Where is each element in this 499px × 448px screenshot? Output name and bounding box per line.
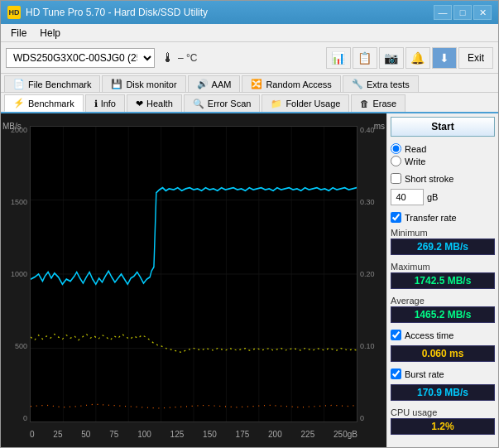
tabs-row1: 📄 File Benchmark 💾 Disk monitor 🔊 AAM 🔀 … (1, 74, 498, 93)
y-tick-2000: 2000 (11, 126, 27, 134)
minimum-section: Minimum 269.2 MB/s (391, 228, 495, 255)
short-stroke-checkbox[interactable] (391, 173, 401, 184)
access-time-value: 0.060 ms (391, 345, 495, 362)
tab-aam-label: AAM (212, 79, 232, 89)
benchmark-icon: ⚡ (13, 98, 25, 108)
menu-file[interactable]: File (4, 26, 33, 41)
x-tick-175: 175 (236, 430, 250, 439)
y-tick-r-040: 0.40 (360, 126, 375, 134)
drive-select[interactable]: WDS250G3X0C-00SJG0 (250 gB) (6, 48, 155, 68)
tab-benchmark[interactable]: ⚡ Benchmark (4, 94, 84, 112)
x-tick-225: 225 (301, 430, 315, 439)
title-bar: HD HD Tune Pro 5.70 - Hard Disk/SSD Util… (1, 1, 498, 24)
access-time-row: Access time (391, 330, 495, 340)
title-bar-left: HD HD Tune Pro 5.70 - Hard Disk/SSD Util… (7, 6, 208, 19)
window-controls: — □ ✕ (434, 5, 492, 20)
tab-health[interactable]: ❤ Health (127, 94, 182, 112)
tab-disk-monitor-label: Disk monitor (126, 79, 176, 89)
x-tick-200: 200 (268, 430, 282, 439)
y-tick-0: 0 (23, 414, 27, 422)
average-value: 1465.2 MB/s (391, 306, 495, 323)
cpu-usage-value: 1.2% (391, 418, 495, 435)
toolbar-btn-2[interactable]: 📋 (353, 47, 377, 69)
tab-folder-usage-label: Folder Usage (285, 99, 340, 108)
maximum-section: Maximum 1742.5 MB/s (391, 262, 495, 289)
right-panel: Start Read Write Short stroke gB (386, 113, 498, 447)
y-tick-r-000: 0 (360, 414, 364, 422)
transfer-rate-checkbox[interactable] (391, 212, 401, 223)
toolbar-btn-3[interactable]: 📷 (379, 47, 404, 69)
tabs-row2: ⚡ Benchmark ℹ Info ❤ Health 🔍 Error Scan… (1, 93, 498, 113)
read-write-group: Read Write (391, 143, 495, 166)
tab-info[interactable]: ℹ Info (85, 94, 125, 112)
tab-error-scan[interactable]: 🔍 Error Scan (184, 94, 261, 112)
minimize-button[interactable]: — (434, 5, 452, 20)
error-scan-icon: 🔍 (193, 99, 204, 109)
access-time-label: Access time (405, 330, 453, 340)
chart-svg (31, 127, 357, 422)
tab-disk-monitor[interactable]: 💾 Disk monitor (102, 75, 185, 92)
maximum-label: Maximum (391, 262, 495, 272)
maximum-value: 1742.5 MB/s (391, 272, 495, 289)
x-axis: 0 25 50 75 100 125 150 175 200 225 250gB (30, 430, 357, 439)
tab-info-label: Info (101, 99, 116, 108)
health-icon: ❤ (136, 99, 143, 109)
write-radio[interactable] (391, 156, 401, 166)
transfer-rate-row: Transfer rate (391, 212, 495, 223)
average-label: Average (391, 296, 495, 306)
access-time-checkbox[interactable] (391, 330, 401, 340)
burst-rate-section: 170.9 MB/s (391, 384, 495, 401)
y-tick-r-020: 0.20 (360, 270, 375, 278)
write-label: Write (405, 157, 425, 166)
x-tick-25: 25 (53, 430, 62, 439)
tab-benchmark-label: Benchmark (28, 99, 74, 108)
y-ticks-right: 0.40 0.30 0.20 0.10 0 (357, 126, 386, 422)
burst-rate-row: Burst rate (391, 369, 495, 379)
x-tick-75: 75 (109, 430, 118, 439)
close-button[interactable]: ✕ (473, 5, 492, 20)
read-radio-label[interactable]: Read (391, 143, 495, 154)
tab-folder-usage[interactable]: 📁 Folder Usage (261, 94, 349, 112)
short-stroke-spinner[interactable] (391, 189, 424, 205)
file-benchmark-icon: 📄 (13, 79, 25, 89)
x-tick-250: 250gB (333, 430, 357, 439)
exit-button[interactable]: Exit (458, 47, 493, 69)
tab-extra-tests[interactable]: 🔧 Extra tests (343, 75, 419, 92)
burst-rate-label: Burst rate (405, 369, 444, 379)
minimum-label: Minimum (391, 228, 495, 238)
read-radio[interactable] (391, 143, 401, 154)
tab-aam[interactable]: 🔊 AAM (188, 75, 241, 92)
temperature-value: – °C (178, 52, 197, 64)
info-icon: ℹ (94, 99, 98, 109)
tab-file-benchmark[interactable]: 📄 File Benchmark (4, 75, 100, 92)
start-button[interactable]: Start (391, 117, 495, 137)
short-stroke-unit: gB (427, 192, 438, 202)
average-section: Average 1465.2 MB/s (391, 296, 495, 323)
burst-rate-value: 170.9 MB/s (391, 384, 495, 401)
cpu-usage-label: CPU usage (391, 407, 495, 417)
toolbar-btn-1[interactable]: 📊 (326, 47, 351, 69)
tab-random-access[interactable]: 🔀 Random Access (242, 75, 340, 92)
toolbar-btn-4[interactable]: 🔔 (405, 47, 430, 69)
write-radio-label[interactable]: Write (391, 156, 495, 166)
menu-help[interactable]: Help (33, 26, 67, 41)
menu-bar: File Help (1, 24, 498, 42)
tab-random-access-label: Random Access (266, 79, 331, 89)
maximize-button[interactable]: □ (453, 5, 472, 20)
short-stroke-spinner-row: gB (391, 189, 495, 205)
x-tick-50: 50 (81, 430, 90, 439)
y-tick-r-010: 0.10 (360, 342, 375, 350)
y-ticks-left: 2000 1500 1000 500 0 (1, 126, 30, 422)
main-area: MB/s ms 2000 1500 1000 500 0 0.40 0.30 0… (1, 113, 498, 447)
y-tick-r-030: 0.30 (360, 198, 375, 206)
read-label: Read (405, 144, 426, 154)
short-stroke-row: Short stroke (391, 173, 495, 184)
x-tick-0: 0 (30, 430, 35, 439)
window-title: HD Tune Pro 5.70 - Hard Disk/SSD Utility (26, 7, 208, 18)
x-tick-150: 150 (203, 430, 217, 439)
tab-erase[interactable]: 🗑 Erase (351, 94, 405, 112)
burst-rate-checkbox[interactable] (391, 369, 401, 379)
toolbar-btn-5[interactable]: ⬇ (432, 47, 457, 69)
thermometer-icon: 🌡 (161, 51, 175, 65)
minimum-value: 269.2 MB/s (391, 238, 495, 255)
